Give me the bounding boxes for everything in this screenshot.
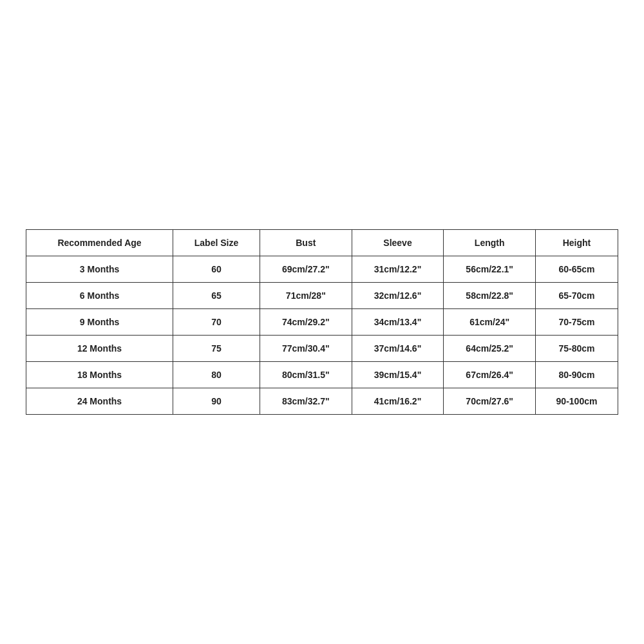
cell-length: 61cm/24" [444, 309, 536, 336]
table-row: 24 Months9083cm/32.7"41cm/16.2"70cm/27.6… [26, 388, 618, 415]
cell-length: 56cm/22.1" [444, 256, 536, 283]
cell-age: 18 Months [26, 362, 173, 388]
cell-length: 67cm/26.4" [444, 362, 536, 388]
table-row: 18 Months8080cm/31.5"39cm/15.4"67cm/26.4… [26, 362, 618, 388]
table-row: 12 Months7577cm/30.4"37cm/14.6"64cm/25.2… [26, 336, 618, 362]
header-sleeve: Sleeve [352, 230, 444, 256]
cell-bust: 71cm/28" [260, 283, 352, 309]
cell-age: 9 Months [26, 309, 173, 336]
table-header-row: Recommended Age Label Size Bust Sleeve L… [26, 230, 618, 256]
cell-height: 60-65cm [536, 256, 618, 283]
cell-bust: 77cm/30.4" [260, 336, 352, 362]
table-row: 6 Months6571cm/28"32cm/12.6"58cm/22.8"65… [26, 283, 618, 309]
header-recommended-age: Recommended Age [26, 230, 173, 256]
cell-height: 75-80cm [536, 336, 618, 362]
cell-age: 24 Months [26, 388, 173, 415]
table-row: 9 Months7074cm/29.2"34cm/13.4"61cm/24"70… [26, 309, 618, 336]
cell-label_size: 65 [173, 283, 260, 309]
cell-bust: 80cm/31.5" [260, 362, 352, 388]
cell-length: 70cm/27.6" [444, 388, 536, 415]
cell-bust: 69cm/27.2" [260, 256, 352, 283]
table-row: 3 Months6069cm/27.2"31cm/12.2"56cm/22.1"… [26, 256, 618, 283]
header-bust: Bust [260, 230, 352, 256]
cell-height: 70-75cm [536, 309, 618, 336]
cell-sleeve: 41cm/16.2" [352, 388, 444, 415]
cell-height: 90-100cm [536, 388, 618, 415]
cell-height: 65-70cm [536, 283, 618, 309]
cell-age: 6 Months [26, 283, 173, 309]
cell-sleeve: 37cm/14.6" [352, 336, 444, 362]
header-height: Height [536, 230, 618, 256]
cell-height: 80-90cm [536, 362, 618, 388]
cell-sleeve: 32cm/12.6" [352, 283, 444, 309]
cell-bust: 74cm/29.2" [260, 309, 352, 336]
cell-label_size: 90 [173, 388, 260, 415]
cell-bust: 83cm/32.7" [260, 388, 352, 415]
header-label-size: Label Size [173, 230, 260, 256]
cell-length: 58cm/22.8" [444, 283, 536, 309]
cell-age: 3 Months [26, 256, 173, 283]
size-chart-table: Recommended Age Label Size Bust Sleeve L… [26, 229, 618, 415]
cell-age: 12 Months [26, 336, 173, 362]
cell-label_size: 75 [173, 336, 260, 362]
header-length: Length [444, 230, 536, 256]
cell-length: 64cm/25.2" [444, 336, 536, 362]
cell-sleeve: 34cm/13.4" [352, 309, 444, 336]
cell-sleeve: 39cm/15.4" [352, 362, 444, 388]
cell-sleeve: 31cm/12.2" [352, 256, 444, 283]
size-chart-container: Recommended Age Label Size Bust Sleeve L… [26, 229, 618, 415]
cell-label_size: 60 [173, 256, 260, 283]
cell-label_size: 80 [173, 362, 260, 388]
cell-label_size: 70 [173, 309, 260, 336]
